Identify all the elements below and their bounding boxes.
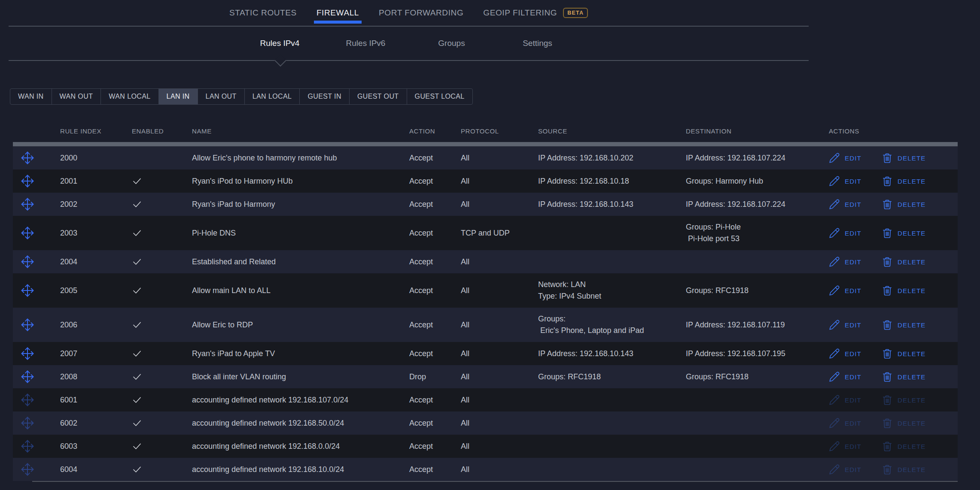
row-protocol: All: [461, 200, 538, 209]
delete-button[interactable]: DELETE: [882, 417, 926, 429]
sub-tab-label: Rules IPv4: [260, 39, 300, 48]
pencil-icon: [829, 371, 840, 382]
ruleset-filter-button[interactable]: GUEST IN: [300, 89, 349, 104]
check-icon: [132, 395, 142, 405]
row-name: accounting defined network 192.168.10.0/…: [192, 465, 409, 474]
table-row[interactable]: 6002 accounting defined network 192.168.…: [13, 411, 958, 435]
move-handle-icon[interactable]: [20, 283, 35, 298]
delete-button[interactable]: DELETE: [882, 394, 926, 405]
table-top-scrollbar[interactable]: [13, 142, 958, 146]
delete-button[interactable]: DELETE: [882, 319, 926, 330]
move-handle-icon[interactable]: [20, 439, 35, 454]
main-tab[interactable]: GEOIP FILTERING BETA: [483, 1, 588, 25]
edit-button[interactable]: EDIT: [829, 256, 861, 267]
row-destination: IP Address: 192.168.107.224: [686, 152, 829, 164]
edit-label: EDIT: [845, 420, 861, 427]
row-rule-index: 6003: [60, 442, 132, 451]
row-name: Block all inter VLAN routing: [192, 372, 409, 381]
delete-button[interactable]: DELETE: [882, 152, 926, 163]
table-row[interactable]: 2001 Ryan's iPod to Harmony HUb Accept A…: [13, 169, 958, 193]
check-icon: [132, 441, 142, 451]
sub-tab[interactable]: Settings: [495, 39, 581, 48]
ruleset-filter-label: GUEST OUT: [357, 93, 399, 100]
row-move-cell: [13, 254, 60, 269]
check-icon: [132, 464, 142, 475]
row-move-cell: [13, 416, 60, 430]
delete-button[interactable]: DELETE: [882, 348, 926, 359]
table-row[interactable]: 2005 Allow main LAN to ALL Accept All Ne…: [13, 273, 958, 308]
table-row[interactable]: 2003 Pi-Hole DNS Accept TCP and UDP Grou…: [13, 216, 958, 250]
table-row[interactable]: 2002 Ryan's iPad to Harmony Accept All I…: [13, 193, 958, 216]
row-protocol: All: [461, 396, 538, 405]
move-handle-icon[interactable]: [20, 151, 35, 165]
move-handle-icon[interactable]: [20, 197, 35, 212]
ruleset-filter-button[interactable]: WAN IN: [10, 89, 52, 104]
move-handle-icon[interactable]: [20, 369, 35, 384]
row-name: Allow Eric to RDP: [192, 321, 409, 330]
delete-button[interactable]: DELETE: [882, 371, 926, 382]
edit-button[interactable]: EDIT: [829, 152, 861, 163]
sub-tab[interactable]: Rules IPv6: [323, 39, 409, 48]
row-name: Allow main LAN to ALL: [192, 286, 409, 295]
move-handle-icon[interactable]: [20, 462, 35, 477]
edit-button[interactable]: EDIT: [829, 175, 861, 187]
trash-icon: [882, 464, 893, 475]
ruleset-filter-button[interactable]: WAN LOCAL: [101, 89, 158, 104]
ruleset-filter-button[interactable]: GUEST OUT: [350, 89, 407, 104]
sub-tab[interactable]: Groups: [409, 39, 495, 48]
delete-button[interactable]: DELETE: [882, 441, 926, 452]
table-row[interactable]: 2000 Allow Eric's phone to harmony remot…: [13, 146, 958, 169]
main-tab[interactable]: STATIC ROUTES: [229, 1, 297, 25]
ruleset-filter-button[interactable]: LAN OUT: [198, 89, 245, 104]
row-rule-index: 2000: [60, 154, 132, 163]
row-source: IP Address: 192.168.10.143: [538, 199, 686, 210]
table-row[interactable]: 6001 accounting defined network 192.168.…: [13, 388, 958, 411]
delete-button[interactable]: DELETE: [882, 227, 926, 239]
table-row[interactable]: 2004 Established and Related Accept All: [13, 250, 958, 273]
main-tab[interactable]: PORT FORWARDING: [379, 1, 463, 25]
move-handle-icon[interactable]: [20, 346, 35, 361]
move-handle-icon[interactable]: [20, 226, 35, 240]
table-row[interactable]: 2006 Allow Eric to RDP Accept All Groups…: [13, 308, 958, 342]
move-handle-icon[interactable]: [20, 318, 35, 332]
main-tab[interactable]: FIREWALL: [317, 1, 359, 25]
edit-button[interactable]: EDIT: [829, 464, 861, 475]
edit-button[interactable]: EDIT: [829, 371, 861, 382]
ruleset-filter-button[interactable]: WAN OUT: [52, 89, 101, 104]
delete-button[interactable]: DELETE: [882, 464, 926, 475]
ruleset-filter-button[interactable]: GUEST LOCAL: [407, 89, 472, 104]
edit-button[interactable]: EDIT: [829, 227, 861, 239]
table-row[interactable]: 6003 accounting defined network 192.168.…: [13, 435, 958, 458]
row-enabled-cell: [132, 199, 192, 209]
edit-button[interactable]: EDIT: [829, 417, 861, 429]
row-destination: Groups: RFC1918: [686, 371, 829, 383]
table-row[interactable]: 6004 accounting defined network 192.168.…: [13, 458, 958, 481]
edit-button[interactable]: EDIT: [829, 285, 861, 296]
delete-button[interactable]: DELETE: [882, 199, 926, 210]
row-protocol: All: [461, 349, 538, 358]
ruleset-filter-button[interactable]: LAN IN: [159, 89, 198, 104]
move-handle-icon[interactable]: [20, 174, 35, 188]
edit-button[interactable]: EDIT: [829, 199, 861, 210]
check-icon: [132, 285, 142, 296]
edit-button[interactable]: EDIT: [829, 441, 861, 452]
edit-button[interactable]: EDIT: [829, 348, 861, 359]
move-handle-icon[interactable]: [20, 254, 35, 269]
edit-button[interactable]: EDIT: [829, 394, 861, 405]
delete-button[interactable]: DELETE: [882, 256, 926, 267]
delete-button[interactable]: DELETE: [882, 175, 926, 187]
table-row[interactable]: 2008 Block all inter VLAN routing Drop A…: [13, 365, 958, 388]
move-handle-icon[interactable]: [20, 393, 35, 407]
row-actions: EDIT DELETE: [829, 464, 958, 475]
pencil-icon: [829, 199, 840, 210]
row-action: Accept: [409, 257, 461, 266]
table-row[interactable]: 2007 Ryan's iPad to Apple TV Accept All …: [13, 342, 958, 365]
row-destination: Groups: Harmony Hub: [686, 175, 829, 187]
row-action: Accept: [409, 465, 461, 474]
move-handle-icon[interactable]: [20, 416, 35, 430]
firewall-rules-table: RULE INDEX ENABLED NAME ACTION PROTOCOL …: [13, 124, 958, 482]
delete-button[interactable]: DELETE: [882, 285, 926, 296]
edit-button[interactable]: EDIT: [829, 319, 861, 330]
sub-tab[interactable]: Rules IPv4: [237, 39, 323, 48]
ruleset-filter-button[interactable]: LAN LOCAL: [245, 89, 300, 104]
